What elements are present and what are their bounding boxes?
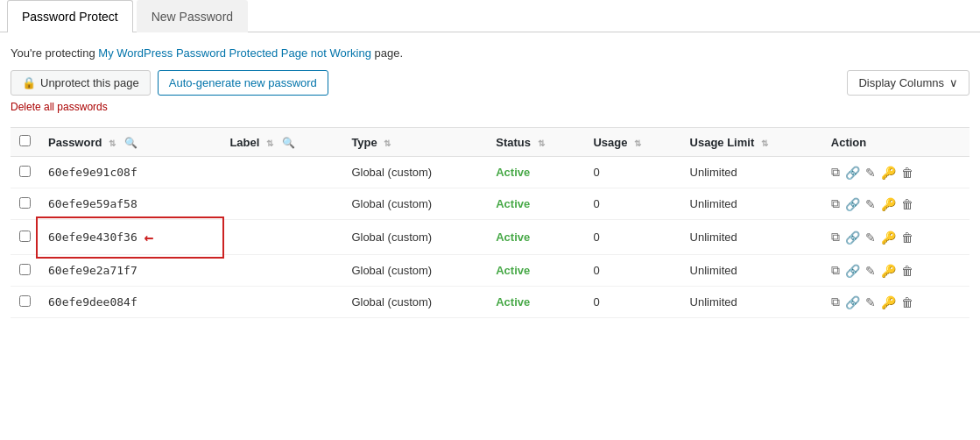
label-sort-icon[interactable]: ⇅ bbox=[266, 138, 273, 148]
row-2-key-icon[interactable]: 🔑 bbox=[881, 231, 896, 245]
tab-password-protect[interactable]: Password Protect bbox=[7, 0, 133, 32]
row-3-copy-icon[interactable]: ⧉ bbox=[831, 263, 840, 278]
row-1-key-icon[interactable]: 🔑 bbox=[881, 197, 896, 211]
row-2-action-cell: ⧉ 🔗 ✎ 🔑 🗑 bbox=[822, 220, 969, 255]
row-4-password-wrapper: 60efe9dee084f bbox=[48, 295, 212, 309]
status-sort-icon[interactable]: ⇅ bbox=[538, 138, 545, 148]
usage-limit-sort-icon[interactable]: ⇅ bbox=[761, 138, 768, 148]
row-1-delete-icon[interactable]: 🗑 bbox=[901, 197, 913, 211]
row-4-link-icon[interactable]: 🔗 bbox=[845, 295, 860, 309]
row-2-status-cell: Active bbox=[487, 220, 584, 255]
row-3-password-value: 60efe9e2a71f7 bbox=[48, 264, 137, 277]
row-2-status-badge: Active bbox=[496, 231, 530, 244]
row-0-link-icon[interactable]: 🔗 bbox=[845, 166, 860, 180]
description-text: You're protecting My WordPress Password … bbox=[11, 46, 969, 60]
row-2-usage-limit-cell: Unlimited bbox=[681, 220, 822, 255]
row-3-key-icon[interactable]: 🔑 bbox=[881, 264, 896, 278]
row-3-edit-icon[interactable]: ✎ bbox=[865, 264, 876, 278]
row-0-status-badge: Active bbox=[496, 166, 530, 179]
row-4-action-icons: ⧉ 🔗 ✎ 🔑 🗑 bbox=[831, 295, 961, 309]
description-suffix: page. bbox=[371, 46, 403, 60]
row-3-checkbox-cell bbox=[11, 255, 39, 287]
description-prefix: You're protecting bbox=[11, 46, 98, 60]
row-0-password-value: 60efe9e91c08f bbox=[48, 166, 137, 179]
type-sort-icon[interactable]: ⇅ bbox=[384, 138, 391, 148]
row-1-password-cell: 60efe9e59af58 bbox=[39, 188, 221, 220]
table-row: 60efe9e430f36 ←Global (custom)Active0Unl… bbox=[11, 220, 969, 255]
row-2-action-icons: ⧉ 🔗 ✎ 🔑 🗑 bbox=[831, 230, 961, 245]
lock-icon: 🔒 bbox=[22, 76, 36, 89]
row-3-link-icon[interactable]: 🔗 bbox=[845, 264, 860, 278]
password-search-icon[interactable]: 🔍 bbox=[124, 137, 137, 149]
row-2-edit-icon[interactable]: ✎ bbox=[865, 231, 876, 245]
label-search-icon[interactable]: 🔍 bbox=[282, 137, 295, 149]
tab-new-password[interactable]: New Password bbox=[137, 0, 248, 32]
header-usage-limit: Usage Limit ⇅ bbox=[681, 128, 822, 157]
row-4-password-value: 60efe9dee084f bbox=[48, 295, 137, 309]
row-2-checkbox[interactable] bbox=[19, 231, 31, 242]
row-1-link-icon[interactable]: 🔗 bbox=[845, 197, 860, 211]
usage-sort-icon[interactable]: ⇅ bbox=[634, 138, 641, 148]
table-row: 60efe9e2a71f7Global (custom)Active0Unlim… bbox=[11, 255, 969, 287]
row-0-checkbox-cell bbox=[11, 157, 39, 188]
header-usage: Usage ⇅ bbox=[584, 128, 680, 157]
table-row: 60efe9dee084fGlobal (custom)Active0Unlim… bbox=[11, 287, 969, 318]
row-3-delete-icon[interactable]: 🗑 bbox=[901, 264, 913, 278]
row-1-label-cell bbox=[221, 188, 342, 220]
row-0-edit-icon[interactable]: ✎ bbox=[865, 166, 876, 180]
row-3-status-badge: Active bbox=[496, 264, 530, 277]
password-sort-icon[interactable]: ⇅ bbox=[109, 138, 116, 148]
header-type: Type ⇅ bbox=[342, 128, 487, 157]
row-0-password-wrapper: 60efe9e91c08f bbox=[48, 166, 212, 179]
row-1-password-value: 60efe9e59af58 bbox=[48, 197, 137, 210]
autogenerate-label: Auto-generate new password bbox=[169, 76, 317, 89]
row-4-usage-cell: 0 bbox=[584, 287, 680, 318]
row-0-usage-limit-cell: Unlimited bbox=[681, 157, 822, 188]
row-2-link-icon[interactable]: 🔗 bbox=[845, 231, 860, 245]
row-3-action-icons: ⧉ 🔗 ✎ 🔑 🗑 bbox=[831, 263, 961, 278]
row-4-edit-icon[interactable]: ✎ bbox=[865, 295, 876, 309]
row-0-type-cell: Global (custom) bbox=[342, 157, 487, 188]
header-password: Password ⇅ 🔍 bbox=[39, 128, 221, 157]
row-1-edit-icon[interactable]: ✎ bbox=[865, 197, 876, 211]
header-checkbox-cell bbox=[11, 128, 39, 157]
row-4-password-cell: 60efe9dee084f bbox=[39, 287, 221, 318]
row-0-delete-icon[interactable]: 🗑 bbox=[901, 166, 913, 180]
row-2-checkbox-cell bbox=[11, 220, 39, 255]
table-row: 60efe9e91c08fGlobal (custom)Active0Unlim… bbox=[11, 157, 969, 188]
row-0-checkbox[interactable] bbox=[19, 166, 31, 177]
row-0-copy-icon[interactable]: ⧉ bbox=[831, 165, 840, 180]
row-4-key-icon[interactable]: 🔑 bbox=[881, 295, 896, 309]
row-2-label-cell bbox=[221, 220, 342, 255]
row-1-copy-icon[interactable]: ⧉ bbox=[831, 196, 840, 211]
toolbar: 🔒 Unprotect this page Auto-generate new … bbox=[11, 70, 969, 96]
row-2-password-cell: 60efe9e430f36 ← bbox=[39, 220, 221, 255]
display-columns-button[interactable]: Display Columns ∨ bbox=[847, 70, 969, 96]
row-4-checkbox[interactable] bbox=[19, 295, 31, 307]
tabs-container: Password Protect New Password bbox=[0, 0, 980, 32]
header-label: Label ⇅ 🔍 bbox=[221, 128, 342, 157]
chevron-down-icon: ∨ bbox=[949, 76, 958, 89]
autogenerate-button[interactable]: Auto-generate new password bbox=[158, 70, 328, 96]
row-2-arrow-icon: ← bbox=[145, 228, 154, 246]
row-2-password-wrapper: 60efe9e430f36 ← bbox=[48, 228, 212, 246]
table-body: 60efe9e91c08fGlobal (custom)Active0Unlim… bbox=[11, 157, 969, 318]
row-4-status-cell: Active bbox=[487, 287, 584, 318]
row-4-delete-icon[interactable]: 🗑 bbox=[901, 295, 913, 309]
select-all-checkbox[interactable] bbox=[19, 135, 31, 146]
row-2-delete-icon[interactable]: 🗑 bbox=[901, 231, 913, 245]
protected-page-link[interactable]: My WordPress Password Protected Page not… bbox=[98, 46, 371, 60]
row-4-status-badge: Active bbox=[496, 295, 530, 309]
row-3-checkbox[interactable] bbox=[19, 264, 31, 275]
row-3-usage-cell: 0 bbox=[584, 255, 680, 287]
row-4-copy-icon[interactable]: ⧉ bbox=[831, 295, 840, 309]
delete-all-link[interactable]: Delete all passwords bbox=[11, 101, 969, 113]
row-0-key-icon[interactable]: 🔑 bbox=[881, 166, 896, 180]
row-1-status-cell: Active bbox=[487, 188, 584, 220]
unprotect-button[interactable]: 🔒 Unprotect this page bbox=[11, 70, 151, 96]
row-0-action-cell: ⧉ 🔗 ✎ 🔑 🗑 bbox=[822, 157, 969, 188]
row-4-type-cell: Global (custom) bbox=[342, 287, 487, 318]
row-1-checkbox[interactable] bbox=[19, 197, 31, 209]
row-2-copy-icon[interactable]: ⧉ bbox=[831, 230, 840, 245]
table-header-row: Password ⇅ 🔍 Label ⇅ 🔍 Type ⇅ Status ⇅ bbox=[11, 128, 969, 157]
